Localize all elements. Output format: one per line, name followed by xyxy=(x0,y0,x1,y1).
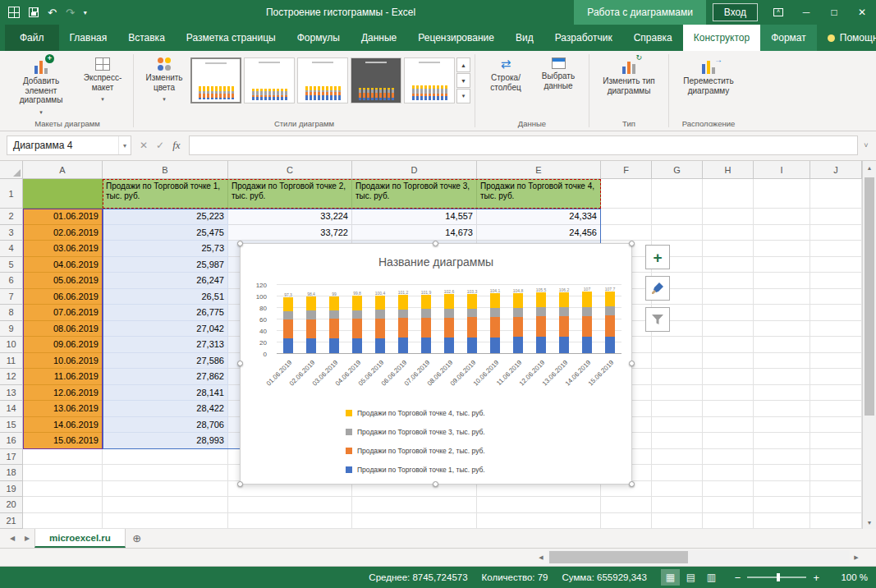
ribbon-tab-Данные[interactable]: Данные xyxy=(351,25,407,51)
cell-J21[interactable] xyxy=(810,513,862,530)
cell-I13[interactable] xyxy=(754,385,810,402)
ribbon-display-options-button[interactable]: ˄ xyxy=(764,0,792,25)
ribbon-tab-Файл[interactable]: Файл xyxy=(5,25,59,51)
stacked-bar[interactable] xyxy=(375,296,385,353)
chart-resize-handle[interactable] xyxy=(237,241,243,246)
zoom-slider[interactable] xyxy=(747,577,806,578)
chart-style-thumbnail[interactable] xyxy=(190,57,241,103)
zoom-out-icon[interactable]: − xyxy=(735,572,741,583)
stacked-bar[interactable] xyxy=(559,292,569,353)
row-header-20[interactable]: 20 xyxy=(0,497,23,513)
cell-H4[interactable] xyxy=(703,241,754,257)
cell-J8[interactable] xyxy=(810,305,862,321)
stacked-bar[interactable] xyxy=(490,293,500,353)
cell-A4[interactable]: 03.06.2019 xyxy=(23,241,103,257)
cell-G15[interactable] xyxy=(652,417,703,434)
cell-H1[interactable] xyxy=(703,179,754,209)
maximize-button[interactable]: □ xyxy=(820,0,848,25)
cell-A16[interactable]: 15.06.2019 xyxy=(23,433,103,449)
chart-style-thumbnail[interactable] xyxy=(297,57,348,103)
cell-H13[interactable] xyxy=(703,385,754,402)
cell-H2[interactable] xyxy=(703,209,754,225)
cell-D3[interactable]: 14,673 xyxy=(352,225,477,241)
cell-A21[interactable] xyxy=(23,513,103,530)
redo-icon[interactable]: ↷ xyxy=(66,7,75,18)
stacked-bar[interactable] xyxy=(605,292,615,353)
cell-J19[interactable] xyxy=(810,481,862,498)
cell-A14[interactable]: 13.06.2019 xyxy=(23,401,103,417)
cell-B17[interactable] xyxy=(103,449,228,466)
cell-I18[interactable] xyxy=(754,465,810,481)
cell-A19[interactable] xyxy=(23,481,103,498)
stacked-bar[interactable] xyxy=(329,296,339,353)
cell-A9[interactable]: 08.06.2019 xyxy=(23,321,103,338)
cell-B3[interactable]: 25,475 xyxy=(103,225,228,241)
cell-B7[interactable]: 26,51 xyxy=(103,289,228,305)
row-header-19[interactable]: 19 xyxy=(0,481,23,498)
enter-icon[interactable]: ✓ xyxy=(156,140,164,151)
stacked-bar[interactable] xyxy=(582,292,592,353)
cell-I7[interactable] xyxy=(754,289,810,305)
page-break-view-icon[interactable]: ▥ xyxy=(702,569,721,586)
stacked-bar[interactable] xyxy=(467,294,477,353)
chart-resize-handle[interactable] xyxy=(433,241,438,246)
cell-H18[interactable] xyxy=(703,465,754,481)
cell-G11[interactable] xyxy=(652,353,703,370)
cell-I11[interactable] xyxy=(754,353,810,370)
column-header-C[interactable]: C xyxy=(228,161,352,179)
move-chart-button[interactable]: → Переместить диаграмму xyxy=(673,55,744,98)
cell-G14[interactable] xyxy=(652,401,703,417)
chart-resize-handle[interactable] xyxy=(433,481,438,487)
cell-H12[interactable] xyxy=(703,369,754,385)
cell-D1[interactable]: Продажи по Торговой точке 3, тыс. руб. xyxy=(352,179,477,209)
cell-F2[interactable] xyxy=(601,209,652,225)
cell-H6[interactable] xyxy=(703,273,754,289)
scroll-right-icon[interactable]: ▶ xyxy=(850,554,863,561)
chart-filter-button[interactable] xyxy=(645,307,670,332)
zoom-slider-thumb[interactable] xyxy=(777,573,780,581)
chart-resize-handle[interactable] xyxy=(629,361,635,366)
switch-row-column-button[interactable]: ⇄ Строка/ столбец xyxy=(479,55,532,94)
row-header-15[interactable]: 15 xyxy=(0,417,23,434)
cell-A6[interactable]: 05.06.2019 xyxy=(23,273,103,289)
cell-G19[interactable] xyxy=(652,481,703,498)
insert-function-icon[interactable]: fx xyxy=(172,139,180,152)
cell-G21[interactable] xyxy=(652,513,703,530)
cell-J3[interactable] xyxy=(810,225,862,241)
row-header-6[interactable]: 6 xyxy=(0,273,23,289)
cell-J5[interactable] xyxy=(810,257,862,273)
cell-G2[interactable] xyxy=(652,209,703,225)
ribbon-tab-Главная[interactable]: Главная xyxy=(59,25,118,51)
cell-H19[interactable] xyxy=(703,481,754,498)
undo-icon[interactable]: ↶ xyxy=(48,7,57,18)
cell-I1[interactable] xyxy=(754,179,810,209)
cell-F21[interactable] xyxy=(601,513,652,530)
cell-J2[interactable] xyxy=(810,209,862,225)
cell-B19[interactable] xyxy=(103,481,228,498)
cell-E21[interactable] xyxy=(477,513,601,530)
change-chart-type-button[interactable]: ↻ Изменить тип диаграммы xyxy=(594,55,664,98)
cell-J7[interactable] xyxy=(810,289,862,305)
cell-C1[interactable]: Продажи по Торговой точке 2, тыс. руб. xyxy=(228,179,352,209)
ribbon-tab-Разработчик[interactable]: Разработчик xyxy=(544,25,623,51)
cell-C20[interactable] xyxy=(228,497,352,513)
new-sheet-icon[interactable]: ⊕ xyxy=(126,529,149,548)
cell-I12[interactable] xyxy=(754,369,810,385)
cell-E2[interactable]: 24,334 xyxy=(477,209,601,225)
cell-I16[interactable] xyxy=(754,433,810,449)
sign-in-button[interactable]: Вход xyxy=(713,3,758,21)
cancel-icon[interactable]: ✕ xyxy=(140,140,148,151)
cell-A12[interactable]: 11.06.2019 xyxy=(23,369,103,385)
cell-H20[interactable] xyxy=(703,497,754,513)
legend-item[interactable]: Продажи по Торговой точке 4, тыс. руб. xyxy=(346,403,485,422)
cell-I3[interactable] xyxy=(754,225,810,241)
cell-I20[interactable] xyxy=(754,497,810,513)
stacked-bar[interactable] xyxy=(306,296,316,353)
cell-I5[interactable] xyxy=(754,257,810,273)
row-header-21[interactable]: 21 xyxy=(0,513,23,530)
gallery-more-button[interactable]: ▾ xyxy=(456,89,470,103)
cell-A3[interactable]: 02.06.2019 xyxy=(23,225,103,241)
close-button[interactable]: ✕ xyxy=(848,0,876,25)
horizontal-scrollbar-thumb[interactable] xyxy=(549,551,688,563)
cell-G1[interactable] xyxy=(652,179,703,209)
